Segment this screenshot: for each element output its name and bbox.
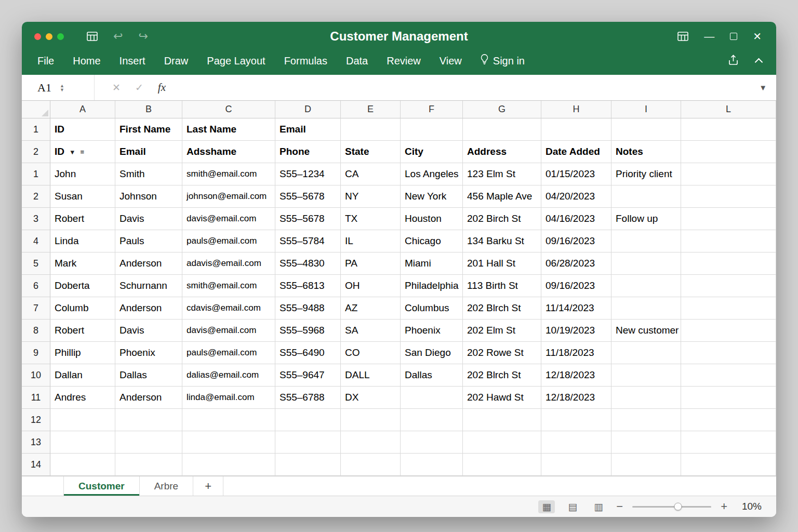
column-header-l[interactable]: L <box>681 101 776 118</box>
row-header[interactable]: 5 <box>22 252 50 275</box>
cell[interactable] <box>401 454 463 476</box>
cell[interactable]: John <box>50 163 115 185</box>
cell[interactable] <box>681 252 776 275</box>
add-sheet-button[interactable]: + <box>193 476 223 496</box>
cell[interactable] <box>182 431 275 454</box>
sheet-tab-customer[interactable]: Customer <box>63 476 140 496</box>
cell[interactable]: Email <box>115 141 182 163</box>
cell[interactable] <box>681 230 776 252</box>
cell[interactable]: 04/16/2023 <box>541 208 611 230</box>
name-box-stepper[interactable]: ▲ ▼ <box>60 84 64 92</box>
row-header[interactable]: 1 <box>22 163 50 185</box>
cell[interactable]: Mark <box>50 252 115 275</box>
cell[interactable] <box>681 275 776 297</box>
cell[interactable]: Anderson <box>115 252 182 275</box>
cell[interactable] <box>275 431 341 454</box>
cell[interactable] <box>463 409 541 431</box>
cell[interactable]: 134 Barku St <box>463 230 541 252</box>
cell[interactable]: New York <box>401 185 463 208</box>
cell[interactable] <box>341 409 401 431</box>
row-header[interactable]: 3 <box>22 208 50 230</box>
cell[interactable]: Phoenix <box>401 320 463 342</box>
column-header-g[interactable]: G <box>463 101 541 118</box>
row-header[interactable]: 11 <box>22 387 50 409</box>
formula-bar-dropdown-icon[interactable]: ▼ <box>759 83 776 92</box>
cell[interactable] <box>681 364 776 387</box>
cell[interactable] <box>681 454 776 476</box>
cell[interactable]: 202 Rowe St <box>463 342 541 364</box>
menu-item-home[interactable]: Home <box>73 55 100 67</box>
zoom-slider-knob[interactable] <box>674 503 682 511</box>
cell[interactable]: Miami <box>401 252 463 275</box>
cell[interactable] <box>115 409 182 431</box>
cell[interactable]: Susan <box>50 185 115 208</box>
row-header[interactable]: 13 <box>22 431 50 454</box>
cell[interactable]: City <box>401 141 463 163</box>
cell[interactable]: NY <box>341 185 401 208</box>
cell[interactable] <box>50 454 115 476</box>
cell[interactable] <box>341 431 401 454</box>
cell[interactable]: dalias@email.com <box>182 364 275 387</box>
row-header[interactable]: 7 <box>22 297 50 320</box>
cell[interactable]: DALL <box>341 364 401 387</box>
cell[interactable]: Davis <box>115 320 182 342</box>
cell[interactable] <box>541 118 611 141</box>
cell[interactable] <box>50 431 115 454</box>
cell[interactable] <box>463 118 541 141</box>
column-header-f[interactable]: F <box>401 101 463 118</box>
cell[interactable]: ID <box>50 118 115 141</box>
menu-item-view[interactable]: View <box>440 55 462 67</box>
cell[interactable]: 10/19/2023 <box>541 320 611 342</box>
row-header[interactable]: 14 <box>22 454 50 476</box>
menu-item-insert[interactable]: Insert <box>119 55 145 67</box>
cell[interactable]: Schurnann <box>115 275 182 297</box>
row-header[interactable]: 10 <box>22 364 50 387</box>
stepper-down-icon[interactable]: ▼ <box>60 88 64 92</box>
cell[interactable]: Philadelphia <box>401 275 463 297</box>
undo-icon[interactable]: ↩ <box>113 30 123 43</box>
cell[interactable]: 202 Hawd St <box>463 387 541 409</box>
cell[interactable]: S55–4830 <box>275 252 341 275</box>
cell[interactable]: Phoenix <box>115 342 182 364</box>
cell[interactable]: IL <box>341 230 401 252</box>
cell[interactable]: Doberta <box>50 275 115 297</box>
cell[interactable] <box>681 342 776 364</box>
cell[interactable] <box>611 118 681 141</box>
cell[interactable] <box>401 409 463 431</box>
cell[interactable]: S55–6788 <box>275 387 341 409</box>
cell[interactable] <box>463 454 541 476</box>
cell[interactable]: Johnson <box>115 185 182 208</box>
close-traffic-button[interactable] <box>34 33 41 40</box>
menu-item-formulas[interactable]: Formulas <box>284 55 327 67</box>
cell[interactable] <box>611 252 681 275</box>
cell[interactable]: CO <box>341 342 401 364</box>
cell[interactable]: Priority client <box>611 163 681 185</box>
cell[interactable]: Anderson <box>115 387 182 409</box>
cell[interactable]: Last Name <box>182 118 275 141</box>
cell[interactable]: 202 Birch St <box>463 208 541 230</box>
close-icon[interactable]: ✕ <box>753 31 762 42</box>
zoom-in-button[interactable]: + <box>721 501 727 512</box>
cell[interactable]: 12/18/2023 <box>541 364 611 387</box>
column-header-d[interactable]: D <box>275 101 341 118</box>
menu-item-data[interactable]: Data <box>346 55 368 67</box>
cell[interactable]: 04/20/2023 <box>541 185 611 208</box>
cell[interactable]: San Diego <box>401 342 463 364</box>
table-icon[interactable] <box>677 32 688 41</box>
cell[interactable]: pauls@email.com <box>182 230 275 252</box>
cell[interactable]: Dallan <box>50 364 115 387</box>
row-header[interactable]: 4 <box>22 230 50 252</box>
cell[interactable] <box>401 431 463 454</box>
cell[interactable] <box>541 431 611 454</box>
cell[interactable]: AZ <box>341 297 401 320</box>
sheet-tab-arbre[interactable]: Arbre <box>140 476 193 496</box>
cell[interactable]: smith@email.com <box>182 163 275 185</box>
cell[interactable]: S55–1234 <box>275 163 341 185</box>
menu-item-draw[interactable]: Draw <box>164 55 189 67</box>
cell[interactable]: State <box>341 141 401 163</box>
cell[interactable]: S55–5784 <box>275 230 341 252</box>
cell[interactable]: johnson@email.com <box>182 185 275 208</box>
table-icon[interactable] <box>87 32 98 41</box>
cell[interactable] <box>681 297 776 320</box>
column-header-e[interactable]: E <box>341 101 401 118</box>
